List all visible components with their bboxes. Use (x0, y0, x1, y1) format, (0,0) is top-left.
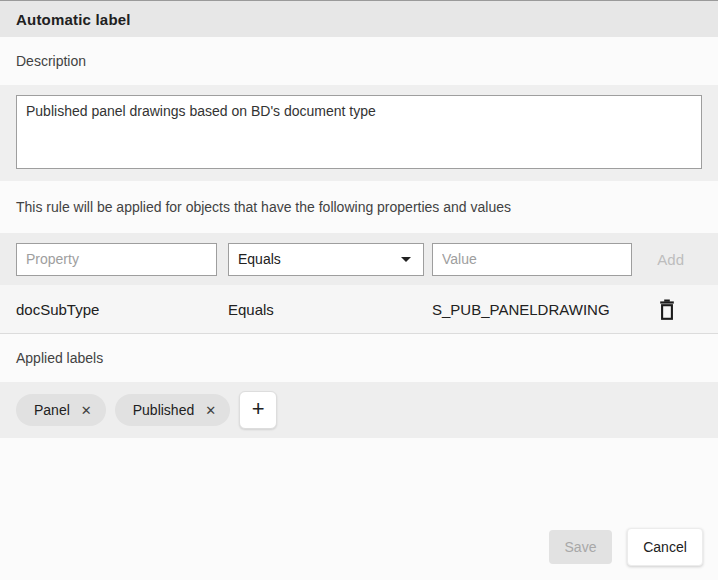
dialog-header: Automatic label (0, 1, 718, 37)
rule-sentence: This rule will be applied for objects th… (16, 199, 511, 215)
filter-row: Equals Add (0, 233, 718, 285)
delete-rule-button[interactable] (656, 297, 678, 322)
chevron-down-icon (401, 257, 411, 262)
rule-table-row: docSubType Equals S_PUB_PANELDRAWING (0, 285, 718, 334)
dialog-title: Automatic label (16, 11, 131, 28)
label-chip-text: Panel (34, 402, 70, 418)
cancel-button[interactable]: Cancel (627, 528, 703, 566)
applied-labels-title: Applied labels (16, 350, 103, 366)
applied-labels-section: Applied labels (0, 334, 718, 382)
description-textarea[interactable]: Published panel drawings based on BD's d… (16, 95, 702, 169)
dialog-footer: Save Cancel (0, 438, 718, 580)
label-chip-text: Published (133, 402, 195, 418)
add-label-button[interactable]: + (239, 391, 277, 429)
property-input[interactable] (16, 243, 217, 276)
label-chip-panel: Panel ✕ (16, 394, 106, 426)
remove-label-icon[interactable]: ✕ (81, 404, 92, 417)
rule-sentence-section: This rule will be applied for objects th… (0, 181, 718, 233)
value-input[interactable] (432, 243, 632, 276)
description-textarea-section: Published panel drawings based on BD's d… (0, 85, 718, 181)
save-button[interactable]: Save (549, 530, 612, 564)
rule-value-cell: S_PUB_PANELDRAWING (432, 301, 656, 318)
automatic-label-dialog: Automatic label Description Published pa… (0, 0, 718, 580)
description-label: Description (16, 53, 86, 69)
rule-property-cell: docSubType (16, 301, 228, 318)
plus-icon: + (252, 396, 265, 422)
labels-chips-row: Panel ✕ Published ✕ + (0, 382, 718, 438)
operator-selected-value: Equals (238, 251, 281, 267)
add-rule-button[interactable]: Add (651, 250, 690, 269)
operator-select[interactable]: Equals (228, 243, 424, 276)
description-section: Description (0, 37, 718, 85)
trash-icon (658, 299, 676, 320)
label-chip-published: Published ✕ (115, 394, 230, 426)
rule-operator-cell: Equals (228, 301, 432, 318)
remove-label-icon[interactable]: ✕ (205, 404, 216, 417)
